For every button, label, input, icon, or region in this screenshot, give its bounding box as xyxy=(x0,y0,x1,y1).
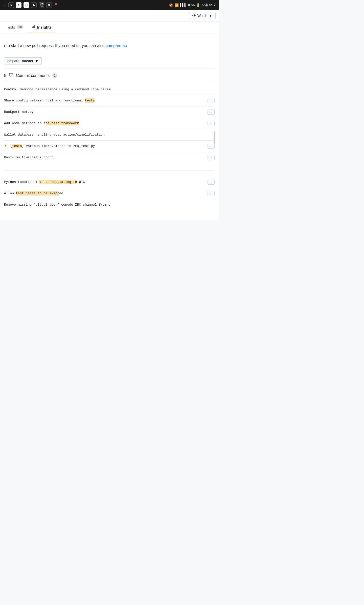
svg-rect-0 xyxy=(32,27,33,28)
commit-more-button[interactable]: ··· xyxy=(208,110,215,115)
commit-comments-header: 8 Commit comments 2 xyxy=(4,69,215,82)
arrow-indicator: ➤ xyxy=(4,144,7,148)
commit-more-button[interactable]: ··· xyxy=(208,191,215,196)
commit-more-button[interactable]: ··· xyxy=(208,155,215,160)
commit-item: Add node methods to the test framework. … xyxy=(4,118,215,129)
tab-commits-badge: 10 xyxy=(17,25,24,29)
watch-button[interactable]: 👁 Watch ▼ xyxy=(189,12,216,19)
commit-message: Remove missing #bitcoinabc Freenode IRC … xyxy=(4,202,215,207)
location-icon: 📍 xyxy=(54,3,58,7)
commit-more-button[interactable]: ··· xyxy=(208,144,215,149)
commit-group-divider xyxy=(4,170,215,170)
compare-label: ompare: xyxy=(7,59,20,63)
commit-item: Share config between util and functional… xyxy=(4,95,215,106)
commit-message: Python functional tests should log in UT… xyxy=(4,180,203,185)
commit-item: ➤ [tests] various improvements to zmq_te… xyxy=(4,141,215,152)
commit-more-button[interactable]: ··· xyxy=(208,180,215,185)
commit-item: Backport net.py ··· xyxy=(4,106,215,118)
commit-group-2: Python functional tests should log in UT… xyxy=(4,175,215,215)
commit-comments-badge: 2 xyxy=(52,73,57,78)
battery-percent: 87% xyxy=(188,3,195,7)
commit-item: Wallet database handling abstraction/sim… xyxy=(4,129,215,141)
main-content: r to start a new pull request. If you ne… xyxy=(0,33,219,220)
signal-bars: ▌▌▌ xyxy=(180,3,187,7)
watch-chevron-icon: ▼ xyxy=(209,14,212,18)
scrollbar-indicator xyxy=(214,131,215,144)
tab-bar: ests 10 Insights xyxy=(0,21,219,33)
tab-commits[interactable]: ests 10 xyxy=(4,22,28,33)
app-icon-3: □ xyxy=(24,2,29,8)
highlight-tests-log: tests should log in xyxy=(39,180,77,184)
commit-item: Python functional tests should log in UT… xyxy=(4,177,215,188)
status-right: 🔇 📶 ▌▌▌ 87% 🔋 오후 5:12 xyxy=(169,3,216,7)
comment-icon xyxy=(9,73,13,79)
pr-description: r to start a new pull request. If you ne… xyxy=(4,38,215,53)
status-bar: ··· ⚔ 1 □ b VAINGLO ♛ 📍 🔇 📶 ▌▌▌ 87% 🔋 오후… xyxy=(0,0,219,10)
compare-branch-select[interactable]: ompare: master ▼ xyxy=(4,57,42,64)
commit-more-button[interactable]: ··· xyxy=(208,121,215,126)
commit-comments-label: Commit comments xyxy=(16,73,50,78)
compare-bar: ompare: master ▼ xyxy=(4,53,215,69)
tab-commits-label: ests xyxy=(8,25,15,29)
watch-bar: 👁 Watch ▼ xyxy=(0,10,219,21)
battery-icon: 🔋 xyxy=(196,3,200,7)
dots-icon: ··· xyxy=(3,3,6,7)
commit-more-button[interactable]: ··· xyxy=(208,98,215,103)
commit-message: Share config between util and functional… xyxy=(4,98,203,103)
commit-group-1: Control mempool persistence using a comm… xyxy=(4,82,215,168)
commit-message: Wallet database handling abstraction/sim… xyxy=(4,132,215,137)
watch-label: Watch xyxy=(197,14,207,18)
compare-branch-value: master xyxy=(22,59,33,63)
mute-icon: 🔇 xyxy=(169,3,173,7)
commit-message: [tests] various improvements to zmq_test… xyxy=(10,144,203,149)
highlight-test-cases-skipp: test cases to be skipp xyxy=(16,191,59,196)
watch-icon: 👁 xyxy=(192,14,196,18)
app-icon-1: ⚔ xyxy=(8,2,14,8)
commit-message: Control mempool persistence using a comm… xyxy=(4,87,215,92)
app-icon-5: VAINGLO xyxy=(39,2,44,8)
svg-rect-2 xyxy=(34,25,35,28)
svg-rect-1 xyxy=(33,26,34,28)
highlight-tests-zmq: tests xyxy=(12,144,22,148)
compare-chevron-icon: ▼ xyxy=(35,59,38,63)
time-display: 오후 5:12 xyxy=(202,3,216,7)
highlight-he-test-framework: he test framework xyxy=(46,121,79,125)
status-left: ··· ⚔ 1 □ b VAINGLO ♛ 📍 xyxy=(3,2,58,8)
commit-count-prefix: 8 xyxy=(4,73,6,78)
commit-message: Add node methods to the test framework. xyxy=(4,121,203,126)
commit-message: Basic multiwallet support xyxy=(4,155,203,160)
commit-item: Remove missing #bitcoinabc Freenode IRC … xyxy=(4,199,215,210)
commit-message: Backport net.py xyxy=(4,110,203,115)
app-icon-2: 1 xyxy=(16,2,21,8)
app-icon-6: ♛ xyxy=(46,2,52,8)
tab-insights-label: Insights xyxy=(37,25,52,29)
commit-item: Control mempool persistence using a comm… xyxy=(4,84,215,95)
commit-item: Allow test cases to be skipped ··· xyxy=(4,188,215,199)
commit-item: Basic multiwallet support ··· xyxy=(4,152,215,163)
highlight-tests: tests xyxy=(85,98,95,103)
app-icon-4: b xyxy=(31,2,37,8)
tab-insights[interactable]: Insights xyxy=(28,21,56,33)
wifi-icon: 📶 xyxy=(175,3,179,7)
pr-text-before: r to start a new pull request. If you ne… xyxy=(4,44,105,48)
insights-chart-icon xyxy=(32,25,36,30)
compare-across-link[interactable]: compare ac xyxy=(106,44,127,48)
commit-message: Allow test cases to be skipped xyxy=(4,191,203,196)
